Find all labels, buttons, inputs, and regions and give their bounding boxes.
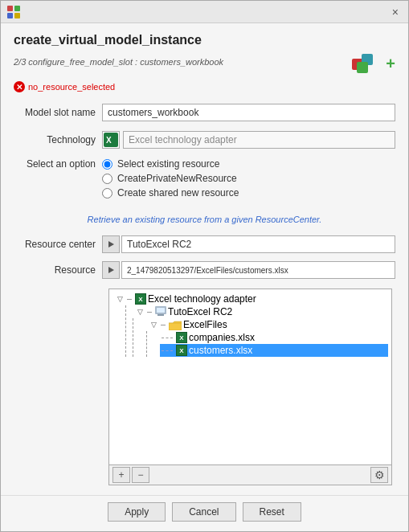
header-icons: + (352, 54, 395, 73)
play-icon (107, 240, 115, 248)
radio-row-2: CreatePrivateNewResource (102, 173, 239, 184)
resource-center-input[interactable] (121, 235, 395, 253)
tree-line-rc2 (147, 312, 152, 313)
resource-center-row: Resource center (14, 235, 395, 253)
tech-icon: X (102, 131, 120, 149)
resource-dropdown[interactable] (102, 261, 120, 279)
svg-rect-1 (14, 6, 20, 11)
resource-center-label: Resource center (14, 239, 102, 250)
svg-marker-9 (108, 241, 114, 248)
close-button[interactable]: × (389, 5, 402, 19)
radio-private[interactable] (102, 174, 112, 184)
window-content: create_virtual_model_instance 2/3 config… (1, 23, 408, 495)
svg-rect-15 (169, 323, 182, 330)
tree-label-excelfiles: ExcelFiles (183, 319, 227, 330)
settings-button[interactable]: ⚙ (370, 467, 388, 483)
tree-panel: ▽ X Excel technology adapter ▽ (108, 289, 392, 465)
radio-existing[interactable] (102, 159, 112, 170)
title-bar-left (7, 6, 20, 18)
resource-center-dropdown[interactable] (102, 235, 120, 253)
reset-button[interactable]: Reset (243, 502, 301, 522)
server-icon (155, 306, 166, 317)
model-slot-input[interactable] (102, 104, 395, 121)
radio-group: Select existing resource CreatePrivateNe… (102, 158, 239, 198)
tree-node-root: ▽ X Excel technology adapter ▽ (112, 293, 388, 357)
tree-item-adapter[interactable]: ▽ X Excel technology adapter (112, 293, 388, 305)
title-bar: × (1, 1, 408, 23)
add-icon: + (386, 55, 395, 73)
radio-private-label[interactable]: CreatePrivateNewResource (117, 173, 237, 184)
tree-toggle-rc2[interactable]: ▽ (134, 306, 145, 317)
tree-line-folder (161, 325, 166, 325)
tree-toggle-adapter[interactable]: ▽ (114, 293, 125, 305)
tree-line-customers (162, 350, 173, 351)
excel-tech-icon: X (104, 133, 118, 147)
tree-label-rc2: TutoExcel RC2 (168, 306, 232, 317)
resource-input[interactable] (121, 261, 395, 279)
excel-icon-companies: X (176, 332, 187, 343)
tree-label-customers: customers.xlsx (189, 345, 252, 356)
tree-label-companies: companies.xlsx (189, 332, 255, 343)
remove-node-button[interactable]: − (132, 467, 149, 483)
folder-icon (169, 320, 182, 330)
tree-item-customers[interactable]: X customers.xlsx (160, 344, 388, 357)
radio-existing-label[interactable]: Select existing resource (117, 158, 219, 170)
tree-branch-rc2: ▽ TutoExcel RC2 (125, 305, 388, 357)
excel-icon-customers: X (176, 345, 187, 356)
panel-btn-group: + − (112, 467, 149, 483)
svg-rect-12 (157, 314, 164, 316)
main-window: × create_virtual_model_instance 2/3 conf… (0, 0, 409, 532)
model-slot-label: Model slot name (14, 107, 102, 118)
tree-item-rc2[interactable]: ▽ TutoExcel RC2 (133, 305, 388, 318)
dialog-title: create_virtual_model_instance (14, 33, 395, 47)
svg-rect-3 (14, 13, 20, 18)
add-node-button[interactable]: + (112, 467, 130, 483)
resource-field (102, 261, 395, 279)
technology-field: X (102, 131, 395, 149)
radio-shared[interactable] (102, 188, 112, 198)
play-icon-2 (107, 266, 115, 274)
tree-item-excelfiles[interactable]: ▽ ExcelFiles (146, 318, 388, 331)
technology-input (123, 131, 395, 149)
tree-item-companies[interactable]: X companies.xlsx (160, 331, 388, 344)
resource-row: Resource (14, 261, 395, 279)
tree-line (127, 299, 132, 300)
tree-branch-excelfiles: ▽ ExcelFiles (133, 318, 388, 357)
button-bar: Apply Cancel Reset (1, 495, 408, 531)
error-text: no_resource_selected (28, 82, 115, 92)
options-section: Select an option Select existing resourc… (14, 158, 395, 198)
tree-line-companies (162, 338, 173, 338)
technology-label: Technology (14, 134, 102, 145)
dialog-subtitle: 2/3 configure_free_model_slot : customer… (14, 57, 223, 67)
tree-branch-files: X companies.xlsx X customers.xlsx (146, 331, 388, 357)
radio-row-3: Create shared new resource (102, 187, 239, 198)
excel-icon-adapter: X (135, 293, 146, 305)
radio-shared-label[interactable]: Create shared new resource (117, 187, 239, 198)
tree-toggle-folder[interactable]: ▽ (148, 319, 159, 330)
technology-row: Technology X (14, 131, 395, 149)
resource-center-field (102, 235, 395, 253)
svg-rect-0 (7, 6, 13, 11)
hint-text: Retrieve an existing resource from a giv… (14, 215, 395, 224)
error-row: ✕ no_resource_selected (14, 81, 395, 92)
cancel-button[interactable]: Cancel (172, 502, 235, 522)
svg-marker-10 (108, 267, 114, 273)
svg-text:X: X (106, 136, 112, 145)
tree-children-adapter: ▽ TutoExcel RC2 (112, 305, 388, 357)
option-label: Select an option (14, 158, 102, 170)
tree-label-adapter: Excel technology adapter (148, 293, 256, 305)
svg-rect-2 (7, 13, 13, 18)
tree-panel-bottom: + − ⚙ (108, 465, 392, 485)
error-icon: ✕ (14, 81, 25, 92)
radio-row-1: Select existing resource (102, 158, 239, 170)
svg-rect-6 (357, 62, 368, 73)
model-slot-row: Model slot name (14, 104, 395, 121)
apply-button[interactable]: Apply (108, 502, 166, 522)
svg-rect-13 (157, 308, 165, 313)
resource-label: Resource (14, 264, 102, 276)
cube-icons (352, 54, 381, 73)
app-icon (7, 6, 20, 18)
